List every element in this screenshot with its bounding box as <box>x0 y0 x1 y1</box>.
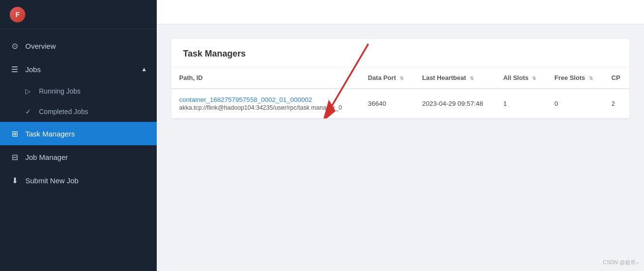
task-managers-icon: ⊞ <box>10 129 19 138</box>
chevron-up-icon: ▲ <box>141 66 147 73</box>
submit-job-icon: ⬇ <box>10 175 19 185</box>
col-free-slots[interactable]: Free Slots ⇅ <box>547 67 604 89</box>
sidebar-item-label: Jobs <box>25 65 41 74</box>
col-last-heartbeat[interactable]: Last Heartbeat ⇅ <box>414 67 495 89</box>
running-jobs-icon: ▷ <box>25 87 34 96</box>
sort-icon: ⇅ <box>532 76 536 81</box>
watermark: CSDN @超哥-- <box>603 259 639 266</box>
sidebar-item-jobs[interactable]: ☰ Jobs ▲ <box>0 58 157 81</box>
cell-free-slots: 0 <box>547 89 604 118</box>
cell-path-id: container_1682757957558_0002_01_000002 a… <box>171 89 360 118</box>
sidebar: F ⊙ Overview ☰ Jobs ▲ ▷ Running Jobs ✓ C… <box>0 0 157 271</box>
sort-icon: ⇅ <box>589 76 593 81</box>
content-area: Task Managers Path, I <box>157 24 644 271</box>
col-data-port[interactable]: Data Port ⇅ <box>360 67 415 89</box>
cell-cp: 2 <box>604 89 629 118</box>
sidebar-logo: F <box>0 0 157 29</box>
sort-icon: ⇅ <box>400 76 404 81</box>
sidebar-item-label: Completed Jobs <box>39 108 88 116</box>
topbar <box>157 0 644 24</box>
task-manager-path: akka.tcp://flink@hadoop104:34235/user/rp… <box>179 104 352 111</box>
sidebar-item-label: Task Managers <box>25 130 75 138</box>
cell-last-heartbeat: 2023-04-29 09:57:48 <box>414 89 495 118</box>
app-logo: F <box>10 7 25 22</box>
sidebar-item-running-jobs[interactable]: ▷ Running Jobs <box>0 81 157 101</box>
sidebar-item-completed-jobs[interactable]: ✓ Completed Jobs <box>0 101 157 122</box>
sort-icon: ⇅ <box>470 76 474 81</box>
cell-data-port: 36640 <box>360 89 415 118</box>
task-manager-link[interactable]: container_1682757957558_0002_01_000002 <box>179 96 352 103</box>
page-title: Task Managers <box>183 49 246 58</box>
sidebar-nav: ⊙ Overview ☰ Jobs ▲ ▷ Running Jobs ✓ Com… <box>0 29 157 271</box>
sidebar-item-job-manager[interactable]: ⊟ Job Manager <box>0 145 157 169</box>
col-cp[interactable]: CP <box>604 67 629 89</box>
sidebar-item-label: Running Jobs <box>39 87 81 95</box>
sidebar-item-submit-new-job[interactable]: ⬇ Submit New Job <box>0 169 157 192</box>
sidebar-item-label: Job Manager <box>25 153 68 161</box>
table-row: container_1682757957558_0002_01_000002 a… <box>171 89 629 118</box>
task-managers-table: Path, ID Data Port ⇅ Last Heartbeat ⇅ <box>171 67 629 118</box>
card-header: Task Managers <box>171 39 629 67</box>
main-content: Task Managers Path, I <box>157 0 644 271</box>
header-row: Path, ID Data Port ⇅ Last Heartbeat ⇅ <box>171 67 629 89</box>
table-wrapper: Path, ID Data Port ⇅ Last Heartbeat ⇅ <box>171 67 629 118</box>
cell-all-slots: 1 <box>496 89 547 118</box>
sidebar-item-task-managers[interactable]: ⊞ Task Managers <box>0 122 157 145</box>
sidebar-item-label: Overview <box>25 42 56 50</box>
sidebar-item-label: Submit New Job <box>25 176 78 185</box>
job-manager-icon: ⊟ <box>10 152 19 162</box>
table-header: Path, ID Data Port ⇅ Last Heartbeat ⇅ <box>171 67 629 89</box>
table-body: container_1682757957558_0002_01_000002 a… <box>171 89 629 118</box>
task-managers-card: Task Managers Path, I <box>171 39 629 118</box>
completed-jobs-icon: ✓ <box>25 107 34 116</box>
col-path-id[interactable]: Path, ID <box>171 67 360 89</box>
jobs-icon: ☰ <box>10 64 19 74</box>
overview-icon: ⊙ <box>10 41 19 51</box>
col-all-slots[interactable]: All Slots ⇅ <box>496 67 547 89</box>
sidebar-item-overview[interactable]: ⊙ Overview <box>0 34 157 58</box>
